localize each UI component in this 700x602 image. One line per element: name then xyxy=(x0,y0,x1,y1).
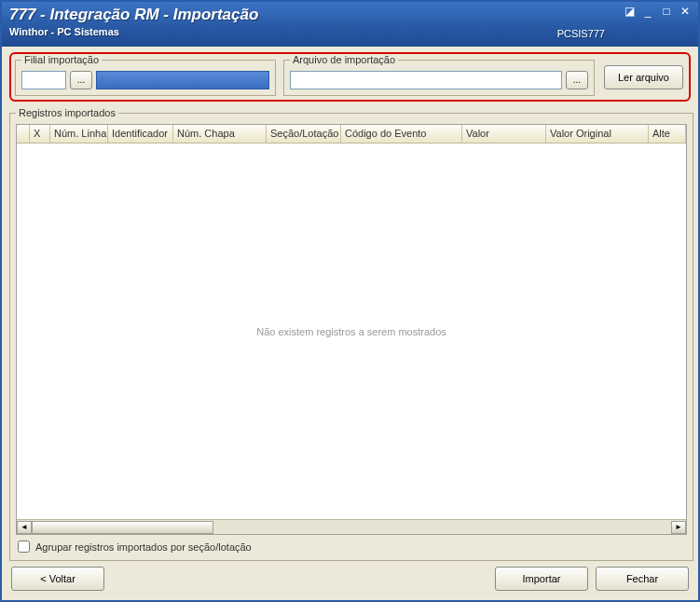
group-by-section-checkbox[interactable] xyxy=(18,540,30,553)
col-secao[interactable]: Seção/Lotação xyxy=(267,125,341,143)
filial-lookup-button[interactable]: ... xyxy=(70,71,92,89)
close-icon[interactable]: ✕ xyxy=(678,6,693,19)
maximize-icon[interactable]: □ xyxy=(659,6,674,19)
back-button[interactable]: < Voltar xyxy=(11,567,104,591)
records-grid: X Núm. Linha Identificador Núm. Chapa Se… xyxy=(16,124,687,535)
filial-group: Filial importação ... xyxy=(15,54,276,96)
footer-buttons: < Voltar Importar Fechar xyxy=(9,567,691,593)
arquivo-browse-button[interactable]: ... xyxy=(566,71,588,89)
filial-display xyxy=(96,71,269,89)
content-area: Filial importação ... Arquivo de importa… xyxy=(2,47,698,600)
window-code: PCSIS777 xyxy=(557,28,605,39)
filial-group-label: Filial importação xyxy=(21,54,102,65)
import-params-row: Filial importação ... Arquivo de importa… xyxy=(9,52,691,102)
horizontal-scrollbar[interactable]: ◄ ► xyxy=(17,519,686,534)
records-group: Registros importados X Núm. Linha Identi… xyxy=(9,107,693,561)
scroll-thumb[interactable] xyxy=(32,521,213,534)
app-window: 777 - Integração RM - Importação Winthor… xyxy=(0,0,700,602)
col-x[interactable]: X xyxy=(30,125,50,143)
minimize-icon[interactable]: _ xyxy=(640,6,655,19)
col-indicator[interactable] xyxy=(17,125,30,143)
col-orig[interactable]: Valor Original xyxy=(546,125,649,143)
titlebar: 777 - Integração RM - Importação Winthor… xyxy=(2,2,698,47)
restore-icon[interactable]: ◪ xyxy=(622,6,637,19)
group-checkbox-row: Agrupar registros importados por seção/l… xyxy=(16,535,687,554)
records-group-label: Registros importados xyxy=(16,107,118,118)
arquivo-group-label: Arquivo de importação xyxy=(290,54,398,65)
col-alt[interactable]: Alte xyxy=(649,125,686,143)
import-button[interactable]: Importar xyxy=(495,567,588,591)
scroll-left-icon[interactable]: ◄ xyxy=(17,521,32,534)
arquivo-group: Arquivo de importação ... xyxy=(283,54,595,96)
close-button[interactable]: Fechar xyxy=(596,567,689,591)
group-checkbox-label: Agrupar registros importados por seção/l… xyxy=(35,541,252,553)
window-title: 777 - Integração RM - Importação xyxy=(9,6,691,24)
col-ident[interactable]: Identificador xyxy=(108,125,173,143)
scroll-right-icon[interactable]: ► xyxy=(671,521,686,534)
arquivo-path-input[interactable] xyxy=(290,71,562,89)
grid-body: Não existem registros a serem mostrados xyxy=(17,144,686,519)
read-file-button[interactable]: Ler arquivo xyxy=(604,65,683,89)
grid-empty-message: Não existem registros a serem mostrados xyxy=(256,326,446,337)
col-valor[interactable]: Valor xyxy=(462,125,546,143)
window-controls: ◪ _ □ ✕ xyxy=(622,6,693,19)
col-linha[interactable]: Núm. Linha xyxy=(50,125,108,143)
scroll-track[interactable] xyxy=(32,521,671,534)
filial-code-input[interactable] xyxy=(21,71,66,89)
grid-header: X Núm. Linha Identificador Núm. Chapa Se… xyxy=(17,125,686,144)
col-chapa[interactable]: Núm. Chapa xyxy=(173,125,267,143)
col-evento[interactable]: Código do Evento xyxy=(341,125,462,143)
